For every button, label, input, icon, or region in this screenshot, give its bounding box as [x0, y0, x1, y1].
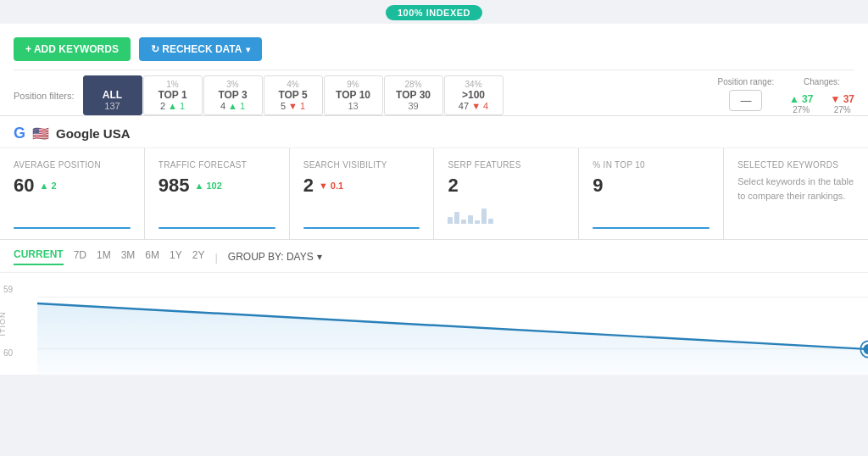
time-tab-1y[interactable]: 1Y — [170, 249, 182, 264]
main-container: 100% INDEXED + ADD KEYWORDS ↻ RECHECK DA… — [0, 0, 868, 375]
filter-count: 137 — [104, 101, 120, 111]
changes-values: ▲ 37 27% ▼ 37 27% — [789, 90, 854, 114]
bar — [461, 220, 466, 224]
filter-tab-top1[interactable]: 1% TOP 1 2 ▲ 1 — [143, 75, 203, 115]
time-tab-1m[interactable]: 1M — [97, 249, 111, 264]
divider: | — [214, 251, 217, 264]
bar — [448, 217, 453, 224]
filter-pct: 1% — [166, 80, 178, 89]
filter-label: >100 — [462, 89, 485, 101]
section-header: G 🇺🇸 Google USA — [0, 116, 868, 148]
y-label-60: 60 — [3, 348, 13, 358]
filter-count: 2 ▲ 1 — [160, 101, 185, 111]
metric-label: % IN TOP 10 — [593, 160, 709, 170]
filter-tab-all[interactable]: ALL 137 — [83, 75, 142, 115]
metric-sub: ▲ 2 — [39, 181, 56, 191]
metric-label: SELECTED KEYWORDS — [737, 160, 854, 170]
metric-label: TRAFFIC FORECAST — [159, 160, 275, 170]
metric-label: AVERAGE POSITION — [14, 160, 131, 170]
position-range-value[interactable]: — — [729, 90, 762, 111]
filter-pct: 34% — [465, 80, 482, 89]
metric-traffic-forecast: TRAFFIC FORECAST 985 ▲ 102 — [145, 148, 289, 239]
indexed-badge-wrap: 100% INDEXED — [0, 0, 868, 24]
time-tab-current[interactable]: CURRENT — [14, 248, 64, 265]
metric-sub: ▲ 102 — [195, 181, 222, 191]
serp-bar-chart — [448, 200, 565, 224]
changes-box: Changes: ▲ 37 27% ▼ 37 27% — [789, 77, 854, 114]
chart-svg — [37, 273, 868, 375]
metric-search-visibility: SEARCH VISIBILITY 2 ▼ 0.1 — [290, 148, 434, 239]
google-logo: G — [14, 125, 25, 142]
time-tab-7d[interactable]: 7D — [74, 249, 86, 264]
filter-label: TOP 3 — [218, 89, 247, 101]
time-tab-2y[interactable]: 2Y — [192, 249, 205, 264]
add-keywords-button[interactable]: + ADD KEYWORDS — [14, 37, 131, 61]
recheck-data-button[interactable]: ↻ RECHECK DATA ▾ — [139, 37, 263, 61]
metric-line — [303, 227, 420, 229]
metric-value: 985 ▲ 102 — [159, 175, 275, 197]
metric-number: 60 — [14, 175, 34, 197]
time-tab-6m[interactable]: 6M — [145, 249, 159, 264]
filter-tab-top30[interactable]: 28% TOP 30 39 — [384, 75, 443, 115]
indexed-badge: 100% INDEXED — [386, 5, 482, 20]
filter-tab-top5[interactable]: 4% TOP 5 5 ▼ 1 — [264, 75, 323, 115]
top-bar: + ADD KEYWORDS ↻ RECHECK DATA ▾ Position… — [0, 24, 868, 116]
filter-pct: 28% — [405, 80, 422, 89]
toolbar: + ADD KEYWORDS ↻ RECHECK DATA ▾ — [14, 31, 854, 70]
range-changes-section: Position range: — Changes: ▲ 37 27% ▼ 37… — [699, 75, 854, 114]
filter-count: 4 ▲ 1 — [220, 101, 245, 111]
bar — [454, 212, 459, 224]
filters-label: Position filters: — [14, 75, 83, 101]
changes-label: Changes: — [804, 77, 840, 86]
bar — [475, 220, 480, 224]
change-down-value: ▼ 37 — [830, 93, 854, 105]
metric-chart — [159, 203, 275, 229]
metric-value: 2 ▼ 0.1 — [303, 175, 420, 197]
metric-number: 9 — [593, 175, 603, 197]
filter-label: TOP 10 — [336, 89, 370, 101]
y-axis-label: ITION — [0, 312, 7, 336]
metric-value: 9 — [593, 175, 709, 197]
metric-sub: ▼ 0.1 — [319, 181, 343, 191]
change-down-item: ▼ 37 27% — [830, 93, 854, 114]
filter-tab-top3[interactable]: 3% TOP 3 4 ▲ 1 — [203, 75, 263, 115]
time-tab-3m[interactable]: 3M — [121, 249, 136, 264]
filters-row: Position filters: ALL 137 1% TOP 1 2 ▲ 1… — [14, 70, 854, 115]
filter-count: 13 — [348, 101, 358, 111]
selected-keywords-text: Select keywords in the table to compare … — [737, 175, 854, 203]
metric-number: 2 — [448, 175, 458, 197]
metric-average-position: AVERAGE POSITION 60 ▲ 2 — [0, 148, 144, 239]
filter-tab-gt100[interactable]: 34% >100 47 ▼ 4 — [444, 75, 504, 115]
chart-area: 59 60 ITION — [0, 273, 868, 375]
change-up-value: ▲ 37 — [789, 93, 814, 105]
filter-pct: 4% — [287, 80, 298, 89]
chart-area-fill — [37, 303, 868, 375]
y-label-59: 59 — [3, 285, 13, 294]
group-by-selector[interactable]: GROUP BY: DAYS ▾ — [228, 251, 322, 263]
metric-number: 2 — [303, 175, 314, 197]
change-up-pct: 27% — [793, 105, 810, 114]
metric-selected-keywords: SELECTED KEYWORDS Select keywords in the… — [724, 148, 868, 239]
filter-tab-top10[interactable]: 9% TOP 10 13 — [324, 75, 383, 115]
position-range-box: Position range: — — [716, 77, 776, 114]
bar — [488, 219, 493, 224]
filter-count: 5 ▼ 1 — [281, 101, 305, 111]
filter-count: 39 — [408, 101, 418, 111]
position-range-label: Position range: — [718, 77, 775, 86]
metric-label: SERP FEATURES — [448, 160, 565, 170]
metrics-row: AVERAGE POSITION 60 ▲ 2 TRAFFIC FORECAST… — [0, 148, 868, 240]
metric-value: 60 ▲ 2 — [14, 175, 131, 197]
filter-label: TOP 30 — [396, 89, 431, 101]
filter-label: ALL — [103, 89, 122, 101]
metric-line — [14, 227, 131, 229]
change-up-item: ▲ 37 27% — [789, 93, 814, 114]
metric-value: 2 — [448, 175, 565, 197]
metric-line — [159, 227, 275, 229]
filter-count: 47 ▼ 4 — [459, 101, 488, 111]
metric-pct-top10: % IN TOP 10 9 — [579, 148, 723, 239]
filter-label: TOP 1 — [158, 89, 186, 101]
metric-line — [593, 227, 709, 229]
recheck-label: ↻ RECHECK DATA — [151, 43, 242, 55]
filter-pct — [111, 80, 114, 89]
metric-number: 985 — [159, 175, 190, 197]
